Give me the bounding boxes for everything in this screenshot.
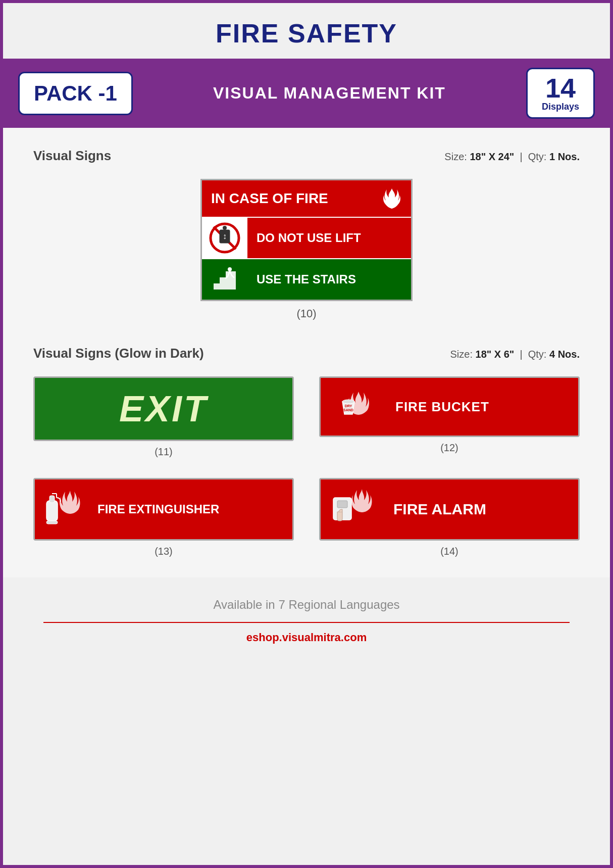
glow-item-fire-bucket: DRY SAND FIRE BUCKET (12): [319, 376, 580, 458]
exit-sign: EXIT: [35, 378, 292, 440]
content-area: Visual Signs Size: 18" X 24" | Qty: 1 No…: [3, 128, 610, 577]
footer-divider: [43, 622, 570, 623]
fire-alarm-sign: FIRE ALARM: [321, 479, 578, 539]
header: FIRE SAFETY: [3, 3, 610, 59]
footer-url: eshop.visualmitra.com: [13, 631, 600, 644]
displays-number: 14: [542, 74, 579, 102]
glow-caption-13: (13): [155, 546, 173, 557]
fire-ext-icon-area: [35, 479, 90, 539]
glow-caption-14: (14): [440, 546, 458, 557]
fire-bucket-text: FIRE BUCKET: [386, 392, 498, 422]
section2-title: Visual Signs (Glow in Dark): [33, 346, 204, 361]
displays-label: Displays: [542, 102, 579, 112]
exit-sign-wrapper: EXIT: [33, 376, 294, 441]
fire-sign: IN CASE OF FIRE: [200, 179, 413, 301]
section1-qty: 1 Nos.: [549, 151, 580, 162]
section1-title: Visual Signs: [33, 148, 111, 164]
page-title: FIRE SAFETY: [13, 18, 600, 49]
svg-rect-10: [46, 501, 58, 521]
fire-bucket-sign: DRY SAND FIRE BUCKET: [321, 378, 578, 436]
fire-alarm-sign-wrapper: FIRE ALARM: [319, 478, 580, 541]
page-wrapper: FIRE SAFETY PACK -1 VISUAL MANAGEMENT KI…: [3, 3, 610, 659]
section1-header: Visual Signs Size: 18" X 24" | Qty: 1 No…: [33, 148, 580, 164]
fire-sign-container: IN CASE OF FIRE: [33, 179, 580, 320]
stairs-icon: [209, 263, 241, 296]
section2-meta: Size: 18" X 6" | Qty: 4 Nos.: [450, 349, 580, 360]
footer-languages: Available in 7 Regional Languages: [13, 598, 600, 612]
svg-text:SAND: SAND: [343, 408, 353, 412]
svg-point-7: [342, 400, 354, 404]
glow-caption-11: (11): [155, 446, 173, 458]
glow-grid: EXIT (11): [33, 376, 580, 557]
svg-rect-16: [337, 501, 347, 508]
glow-caption-12: (12): [440, 442, 458, 454]
fire-bucket-icon-area: DRY SAND: [321, 379, 386, 434]
alarm-icon: [331, 487, 376, 532]
svg-text:DRY: DRY: [345, 404, 352, 408]
svg-point-4: [223, 226, 227, 230]
extinguisher-icon: [42, 487, 83, 532]
svg-text:↕: ↕: [223, 232, 227, 240]
section2-qty: 4 Nos.: [549, 349, 580, 360]
pack-label-box: PACK -1: [18, 72, 133, 115]
fire-ext-sign: FIRE EXTINGUISHER: [35, 479, 292, 539]
lift-icon-area: ↕: [202, 218, 247, 258]
fire-sign-line3: USE THE STAIRS: [247, 265, 365, 294]
fire-alarm-text: FIRE ALARM: [386, 494, 493, 525]
no-lift-icon: ↕: [209, 222, 241, 254]
glow-item-exit: EXIT (11): [33, 376, 294, 458]
fire-sign-line1: IN CASE OF FIRE: [211, 190, 328, 207]
section2-size: 18" X 6": [476, 349, 515, 360]
fire-sign-line2: DO NOT USE LIFT: [247, 224, 370, 252]
fire-sign-mid: ↕ DO NOT USE LIFT: [202, 217, 411, 258]
fire-bucket-sign-wrapper: DRY SAND FIRE BUCKET: [319, 376, 580, 437]
pack-displays-box: 14 Displays: [526, 68, 595, 119]
fire-sign-top: IN CASE OF FIRE: [202, 180, 411, 217]
fire-ext-sign-wrapper: FIRE EXTINGUISHER: [33, 478, 294, 541]
stairs-icon-area: [202, 259, 247, 300]
svg-rect-11: [49, 496, 55, 503]
bucket-flame-icon: DRY SAND: [333, 387, 374, 427]
glow-item-fire-extinguisher: FIRE EXTINGUISHER (13): [33, 478, 294, 557]
section1-size: 18" X 24": [470, 151, 514, 162]
fire-alarm-icon-area: [321, 479, 386, 539]
fire-sign-bot: USE THE STAIRS: [202, 258, 411, 300]
section2-header: Visual Signs (Glow in Dark) Size: 18" X …: [33, 346, 580, 361]
flame-icon: [382, 187, 402, 210]
sign-caption-10: (10): [296, 307, 316, 320]
pack-label: PACK -1: [34, 81, 117, 106]
exit-text: EXIT: [119, 388, 208, 429]
glow-item-fire-alarm: FIRE ALARM (14): [319, 478, 580, 557]
pack-center-text: VISUAL MANAGEMENT KIT: [213, 84, 446, 103]
footer: Available in 7 Regional Languages eshop.…: [3, 577, 610, 659]
pack-banner: PACK -1 VISUAL MANAGEMENT KIT 14 Display…: [3, 59, 610, 128]
svg-rect-14: [46, 521, 58, 524]
section1-meta: Size: 18" X 24" | Qty: 1 Nos.: [444, 151, 580, 163]
fire-ext-text: FIRE EXTINGUISHER: [90, 495, 226, 524]
